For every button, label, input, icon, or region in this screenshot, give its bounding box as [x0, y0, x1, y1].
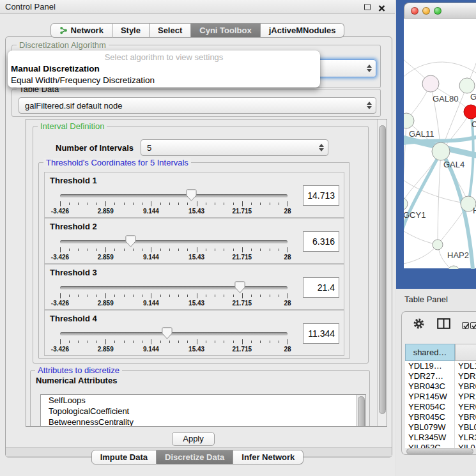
slider-track[interactable] — [60, 286, 288, 289]
slider-tick-label: -3.426 — [51, 300, 69, 307]
table-cell[interactable]: YIL0 — [455, 443, 476, 448]
table-cell[interactable]: YDL1 — [455, 361, 476, 371]
column-header-shared-[interactable]: shared… — [405, 344, 455, 361]
zoom-light[interactable] — [434, 7, 441, 15]
network-edge[interactable] — [438, 151, 441, 245]
network-node[interactable] — [432, 142, 450, 160]
table-data-select[interactable]: galFiltered.sif default node — [19, 97, 376, 114]
table-cell[interactable]: YPR145W — [405, 392, 455, 402]
slider-tick-label: -3.426 — [51, 346, 69, 353]
slider-tick — [187, 249, 188, 251]
table-row[interactable]: YLR345WYLR3 — [405, 433, 476, 443]
threshold-panel-1: Threshold 1-3.4262.8599.14415.4321.71528… — [44, 172, 344, 218]
slider-thumb[interactable] — [234, 281, 245, 296]
minimize-light[interactable] — [422, 7, 430, 15]
table-settings-button[interactable] — [413, 318, 425, 332]
table-row[interactable]: YDL19…YDL1 — [405, 361, 476, 371]
slider-tick — [260, 203, 261, 205]
network-node[interactable] — [422, 75, 439, 92]
table-cell[interactable]: YLR345W — [405, 433, 455, 443]
threshold-value-field[interactable]: 14.713 — [303, 185, 339, 206]
column-select-button[interactable] — [462, 320, 476, 332]
slider-thumb[interactable] — [162, 327, 173, 342]
network-edge[interactable] — [404, 245, 438, 265]
table-cell[interactable]: YBR0 — [455, 381, 476, 392]
slider-track[interactable] — [60, 240, 288, 243]
attribute-item-betweennesscentrality[interactable]: BetweennessCentrality — [41, 417, 365, 427]
slider-track[interactable] — [60, 194, 288, 197]
settings-scrollbar-thumb[interactable] — [379, 125, 386, 414]
list-scrollbar[interactable] — [356, 395, 365, 427]
table-cell[interactable]: YBL079W — [405, 422, 455, 433]
tab-jactivemnodules[interactable]: jActiveMNodules — [261, 23, 345, 38]
table-cell[interactable]: YER0 — [455, 402, 476, 412]
network-node[interactable] — [459, 78, 475, 93]
dropdown-item-equal-width-frequency-discretization[interactable]: Equal Width/Frequency Discretization — [8, 75, 320, 86]
network-node[interactable] — [404, 197, 408, 210]
table-row[interactable]: YBR045CYBR0 — [405, 412, 476, 422]
network-window-titlebar[interactable] — [404, 3, 476, 19]
network-edge[interactable] — [404, 62, 476, 79]
table-hscrollbar[interactable] — [406, 449, 476, 454]
threshold-label: Threshold 3 — [50, 268, 97, 277]
float-panel-button[interactable] — [364, 3, 372, 12]
network-node[interactable] — [448, 266, 459, 269]
apply-button[interactable]: Apply — [172, 432, 215, 446]
network-edge[interactable] — [404, 229, 438, 245]
table-row[interactable]: YIL052CYIL0 — [405, 443, 476, 448]
network-node[interactable] — [433, 240, 443, 250]
close-panel-button[interactable] — [378, 3, 386, 12]
slider-tick-label: 21.715 — [233, 254, 252, 261]
slider-thumb[interactable] — [186, 189, 197, 204]
table-row[interactable]: YPR145WYPR1 — [405, 392, 476, 402]
tab-network[interactable]: Network — [50, 23, 112, 38]
table-cell[interactable]: YPR1 — [455, 392, 476, 402]
table-row[interactable]: YBL079WYBL0 — [405, 422, 476, 433]
attribute-item-selfloops[interactable]: SelfLoops — [41, 395, 365, 406]
settings-scrollbar[interactable] — [377, 119, 387, 426]
table-cell[interactable]: YDL19… — [405, 361, 455, 371]
network-edge[interactable] — [404, 151, 441, 236]
slider-track[interactable] — [60, 332, 288, 335]
number-of-intervals-select[interactable]: 5 — [141, 139, 328, 156]
table-cell[interactable]: YBR043C — [405, 381, 455, 392]
list-scrollbar-thumb[interactable] — [358, 396, 365, 427]
table-cell[interactable]: YBR045C — [405, 412, 455, 422]
slider-tick — [160, 295, 161, 297]
tab-select[interactable]: Select — [150, 23, 191, 38]
table-cell[interactable]: YBR0 — [455, 412, 476, 422]
close-light[interactable] — [411, 7, 418, 15]
tab-discretize-data[interactable]: Discretize Data — [157, 450, 233, 464]
slider-tick-label: 28 — [284, 346, 291, 353]
table-cell[interactable]: YER054C — [405, 402, 455, 412]
dropdown-item-manual-discretization[interactable]: Manual Discretization — [8, 63, 320, 75]
tab-cyni-toolbox[interactable]: Cyni Toolbox — [191, 23, 260, 38]
table-row[interactable]: YER054CYER0 — [405, 402, 476, 412]
network-canvas[interactable]: GAL80GACGAL11GAL4GCY1HHAP2 — [404, 19, 476, 268]
slider-thumb[interactable] — [125, 235, 136, 250]
tab-infer-network[interactable]: Infer Network — [233, 450, 303, 464]
slider-tick — [260, 341, 261, 343]
tab-style[interactable]: Style — [112, 23, 150, 38]
screen: Control Panel NetworkStyleSelectCyni Too… — [0, 0, 476, 476]
table-hscrollbar-thumb[interactable] — [406, 449, 473, 454]
column-header-na[interactable]: na — [455, 344, 476, 361]
tab-impute-data[interactable]: Impute Data — [91, 450, 157, 464]
slider-tick — [69, 203, 70, 205]
threshold-value-field[interactable]: 6.316 — [303, 231, 339, 252]
network-node[interactable] — [464, 105, 476, 119]
table-cell[interactable]: YDR2 — [455, 371, 476, 381]
table-row[interactable]: YBR043CYBR0 — [405, 381, 476, 392]
network-edge[interactable] — [404, 121, 406, 204]
table-cell[interactable]: YLR3 — [455, 433, 476, 443]
threshold-value-field[interactable]: 21.4 — [303, 277, 339, 298]
table-cell[interactable]: YDR27… — [405, 371, 455, 381]
threshold-label: Threshold 1 — [50, 176, 97, 185]
attribute-item-topologicalcoefficient[interactable]: TopologicalCoefficient — [41, 406, 365, 417]
table-cell[interactable]: YIL052C — [405, 443, 455, 448]
slider-tick — [215, 295, 215, 297]
split-table-button[interactable] — [437, 318, 450, 332]
table-row[interactable]: YDR27…YDR2 — [405, 371, 476, 381]
table-cell[interactable]: YBL0 — [455, 422, 476, 433]
threshold-value-field[interactable]: 11.344 — [303, 323, 339, 344]
